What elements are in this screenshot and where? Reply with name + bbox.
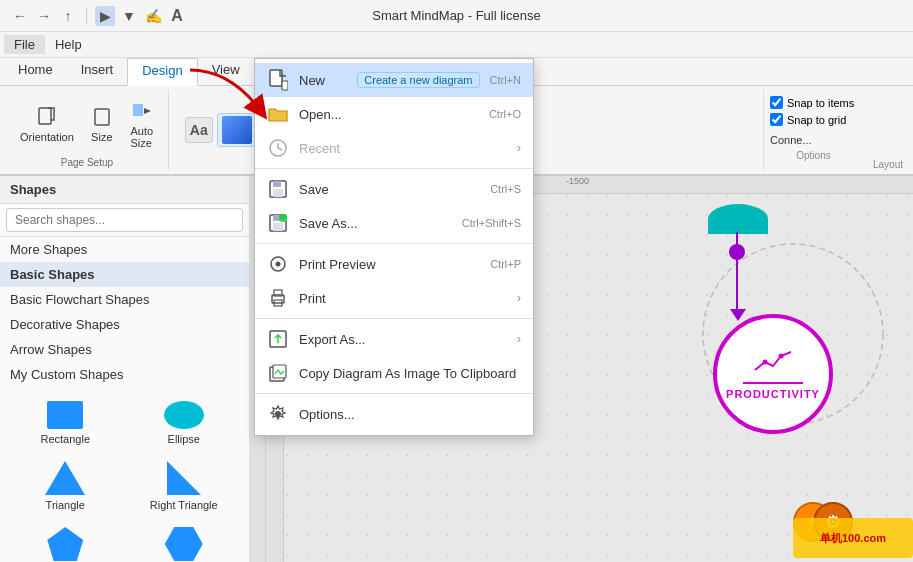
shape-hexagon[interactable]: Hexagon: [129, 523, 240, 562]
productivity-node[interactable]: PRODUCTIVITY: [713, 314, 833, 434]
shape-triangle[interactable]: Triangle: [10, 457, 121, 515]
purple-arrowhead: [730, 309, 746, 321]
autosize-button[interactable]: AutoSize: [124, 96, 160, 152]
saveas-label: Save As...: [299, 216, 452, 231]
options-label: Options...: [299, 407, 521, 422]
menubar: File Help: [0, 32, 913, 58]
category-basic-shapes[interactable]: Basic Shapes: [0, 262, 249, 287]
prod-divider: [743, 382, 803, 384]
style-swatch-1[interactable]: [217, 113, 257, 147]
search-input[interactable]: [6, 208, 243, 232]
forward-icon[interactable]: →: [34, 6, 54, 26]
purple-dot: [729, 244, 745, 260]
conn-label: Conne...: [770, 134, 857, 146]
rectangle-icon: [47, 401, 83, 429]
menu-item-print[interactable]: Print ›: [255, 281, 533, 315]
menu-help[interactable]: Help: [45, 35, 92, 54]
options-group-label: Options: [770, 150, 857, 161]
category-arrow[interactable]: Arrow Shapes: [0, 337, 249, 362]
ribbon-group-page-setup: Orientation Size AutoSize Page Setup ↘: [6, 90, 169, 170]
dropdown-icon[interactable]: ▼: [119, 6, 139, 26]
snap-to-grid-option[interactable]: Snap to grid: [770, 113, 857, 126]
text-icon[interactable]: A: [167, 6, 187, 26]
svg-point-7: [779, 354, 784, 359]
size-button[interactable]: Size: [84, 102, 120, 146]
save-label: Save: [299, 182, 480, 197]
app-title: Smart MindMap - Full license: [372, 8, 540, 23]
layout-label: Layout: [873, 159, 903, 170]
svg-rect-16: [273, 223, 283, 231]
ellipse-label: Ellipse: [168, 433, 200, 445]
size-label: Size: [91, 131, 112, 143]
menu-item-copy-image[interactable]: Copy Diagram As Image To Clipboard: [255, 356, 533, 390]
new-file-icon: [267, 69, 289, 91]
menu-item-export[interactable]: Export As... ›: [255, 322, 533, 356]
menu-item-save[interactable]: Save Ctrl+S: [255, 172, 533, 206]
menu-item-print-preview[interactable]: Print Preview Ctrl+P: [255, 247, 533, 281]
triangle-label: Triangle: [46, 499, 85, 511]
category-basic-flowchart[interactable]: Basic Flowchart Shapes: [0, 287, 249, 312]
search-area: [0, 204, 249, 237]
titlebar: ← → ↑ ▶ ▼ ✍ A Smart MindMap - Full licen…: [0, 0, 913, 32]
snap-to-items-checkbox[interactable]: [770, 96, 783, 109]
shape-right-triangle[interactable]: Right Triangle: [129, 457, 240, 515]
rectangle-label: Rectangle: [40, 433, 90, 445]
autosize-label: AutoSize: [130, 125, 153, 149]
size-icon: [90, 105, 114, 129]
watermark-text: 单机100.com: [820, 531, 886, 546]
autosize-icon: [130, 99, 154, 123]
tab-insert[interactable]: Insert: [67, 58, 128, 85]
tab-view[interactable]: View: [198, 58, 254, 85]
ribbon-right-options: Snap to items Snap to grid Conne... Opti…: [763, 90, 863, 170]
copy-image-icon: [267, 362, 289, 384]
menu-item-open[interactable]: Open... Ctrl+O: [255, 97, 533, 131]
up-icon[interactable]: ↑: [58, 6, 78, 26]
cursor-icon[interactable]: ▶: [95, 6, 115, 26]
svg-rect-2: [133, 104, 143, 116]
toolbar-icons: ← → ↑ ▶ ▼ ✍ A: [10, 6, 187, 26]
shapes-grid: Rectangle Ellipse Triangle Right Triangl…: [0, 387, 249, 562]
svg-rect-1: [95, 109, 109, 125]
recent-arrow: ›: [517, 141, 521, 155]
hand-icon[interactable]: ✍: [143, 6, 163, 26]
svg-rect-12: [273, 181, 281, 187]
menu-item-saveas[interactable]: ... Save As... Ctrl+Shift+S: [255, 206, 533, 240]
layout-label-area: Layout: [869, 90, 907, 170]
tab-home[interactable]: Home: [4, 58, 67, 85]
right-triangle-label: Right Triangle: [150, 499, 218, 511]
snap-to-items-option[interactable]: Snap to items: [770, 96, 857, 109]
teal-semicircle: [708, 204, 768, 234]
shape-rectangle[interactable]: Rectangle: [10, 397, 121, 449]
snap-to-grid-checkbox[interactable]: [770, 113, 783, 126]
tab-design[interactable]: Design: [127, 58, 197, 86]
menu-item-recent: Recent ›: [255, 131, 533, 165]
pentagon-icon: [47, 527, 83, 561]
hexagon-icon: [165, 527, 203, 561]
watermark: 单机100.com: [793, 518, 913, 558]
print-preview-icon: [267, 253, 289, 275]
shape-pentagon[interactable]: Pentagon: [10, 523, 121, 562]
sidebar: Shapes More Shapes Basic Shapes Basic Fl…: [0, 176, 250, 562]
divider-2: [255, 243, 533, 244]
export-icon: [267, 328, 289, 350]
shape-ellipse[interactable]: Ellipse: [129, 397, 240, 449]
print-preview-label: Print Preview: [299, 257, 480, 272]
category-decorative[interactable]: Decorative Shapes: [0, 312, 249, 337]
menu-item-options[interactable]: Options...: [255, 397, 533, 431]
back-icon[interactable]: ←: [10, 6, 30, 26]
save-shortcut: Ctrl+S: [490, 183, 521, 195]
font-aa-button[interactable]: Aa: [185, 117, 213, 143]
new-shortcut: Ctrl+N: [490, 74, 521, 86]
menu-item-new[interactable]: New Create a new diagram Ctrl+N: [255, 63, 533, 97]
menu-file[interactable]: File: [4, 35, 45, 54]
category-more-shapes[interactable]: More Shapes: [0, 237, 249, 262]
snap-to-items-label: Snap to items: [787, 97, 854, 109]
category-custom[interactable]: My Custom Shapes: [0, 362, 249, 387]
svg-point-20: [276, 262, 281, 267]
orientation-button[interactable]: Orientation: [14, 102, 80, 146]
open-label: Open...: [299, 107, 479, 122]
print-label: Print: [299, 291, 507, 306]
print-icon: [267, 287, 289, 309]
saveas-icon: ...: [267, 212, 289, 234]
new-label: New: [299, 73, 347, 88]
